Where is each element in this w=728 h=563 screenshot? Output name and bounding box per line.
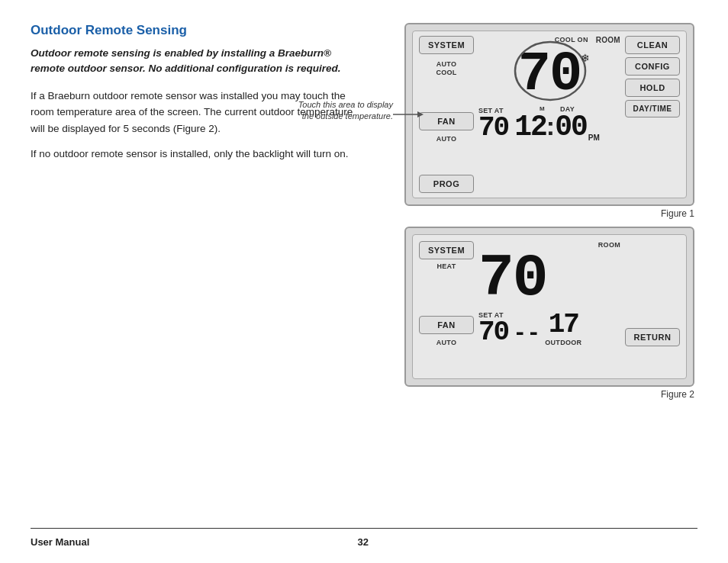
hold-button[interactable]: HOLD	[625, 79, 680, 97]
fig2-top: SYSTEM HEAT FAN AUTO ROOM	[419, 241, 680, 346]
outdoor-col: --	[513, 320, 540, 346]
colon: :	[546, 113, 555, 139]
figure2-caption: Figure 2	[404, 389, 694, 400]
body-paragraph2: If no outdoor remote sensor is installed…	[31, 146, 359, 162]
auto-cool-label: AUTOCOOL	[419, 60, 474, 77]
time-hours: 12	[514, 113, 546, 142]
auto-label-fig1: AUTO	[419, 135, 474, 143]
outdoor-temp: 17	[549, 311, 578, 339]
prog-button[interactable]: PROG	[419, 175, 474, 193]
heat-label: HEAT	[419, 262, 474, 270]
figure2-inner: SYSTEM HEAT FAN AUTO ROOM	[412, 234, 687, 379]
set-at-col-fig2: SET AT 70	[478, 311, 508, 346]
figure1-wrapper: Touch this area to display the outside t…	[404, 23, 694, 219]
pm-label: PM	[588, 134, 600, 142]
set-at-section: SET AT 70	[478, 107, 508, 142]
clean-button[interactable]: CLEAN	[625, 36, 680, 54]
subtitle: Outdoor remote sensing is enabled by ins…	[31, 46, 359, 77]
fig2-left: SYSTEM HEAT FAN AUTO	[419, 241, 474, 346]
set-temp-fig1: 70	[478, 114, 508, 142]
dashes: --	[513, 320, 540, 346]
time-section: M DAY 12 : 00 PM	[514, 105, 600, 142]
figure1-thermostat: SYSTEM AUTOCOOL FAN AUTO PROG	[404, 23, 694, 206]
text-section: Outdoor Remote Sensing Outdoor remote se…	[31, 23, 359, 516]
cool-icon: ❄	[581, 52, 590, 64]
set-at-row: SET AT 70 M DAY 12	[478, 105, 620, 142]
annotation-arrow	[393, 107, 424, 122]
fig1-center: COOL ON ROOM 70 ❄	[478, 36, 620, 193]
figure2-wrapper: SYSTEM HEAT FAN AUTO ROOM	[404, 227, 694, 400]
system-button-fig2[interactable]: SYSTEM	[419, 241, 474, 259]
fig2-mid: ROOM 70 SET AT 70	[478, 241, 620, 346]
fan-button[interactable]: FAN	[419, 112, 474, 130]
room-temp-area[interactable]: 70 ❄	[518, 44, 581, 102]
figure1-inner: SYSTEM AUTOCOOL FAN AUTO PROG	[412, 31, 687, 198]
annotation-text: Touch this area to display the outside t…	[294, 99, 393, 123]
system-button[interactable]: SYSTEM	[419, 36, 474, 54]
time-display: 12 : 00 PM	[514, 113, 600, 142]
footer-page-number: 32	[357, 536, 368, 548]
figures-section: Touch this area to display the outside t…	[374, 23, 694, 516]
time-minutes: 00	[555, 113, 587, 142]
figure2-thermostat: SYSTEM HEAT FAN AUTO ROOM	[404, 227, 694, 387]
main-area: Outdoor Remote Sensing Outdoor remote se…	[31, 23, 697, 516]
svg-marker-1	[417, 111, 424, 117]
fig1-right: CLEAN CONFIG HOLD DAY/TIME	[625, 36, 680, 193]
page-title: Outdoor Remote Sensing	[31, 23, 359, 38]
auto-label-fig2: AUTO	[419, 339, 474, 346]
day-time-button[interactable]: DAY/TIME	[625, 100, 680, 117]
room-label-fig1: ROOM	[596, 36, 620, 44]
fan-button-fig2[interactable]: FAN	[419, 316, 474, 334]
set-temp-fig2: 70	[478, 319, 508, 346]
circle-highlight	[512, 40, 588, 103]
fig1-left: SYSTEM AUTOCOOL FAN AUTO PROG	[419, 36, 474, 193]
figure1-caption: Figure 1	[404, 208, 694, 219]
footer-left: User Manual	[31, 536, 89, 548]
outdoor-label: OUTDOOR	[545, 339, 581, 346]
large-temp-fig2: 70	[478, 249, 547, 308]
config-button[interactable]: CONFIG	[625, 57, 680, 76]
page-content: Outdoor Remote Sensing Outdoor remote se…	[0, 0, 728, 563]
svg-point-2	[515, 42, 585, 100]
set-at-row-fig2: SET AT 70 -- 17 OUTDOOR	[478, 311, 581, 346]
room-label-fig2: ROOM	[598, 241, 620, 249]
footer: User Manual 32	[31, 528, 697, 548]
fig2-right: RETURN	[625, 241, 680, 346]
return-button[interactable]: RETURN	[625, 328, 680, 346]
outdoor-temp-col: 17 OUTDOOR	[545, 311, 581, 346]
